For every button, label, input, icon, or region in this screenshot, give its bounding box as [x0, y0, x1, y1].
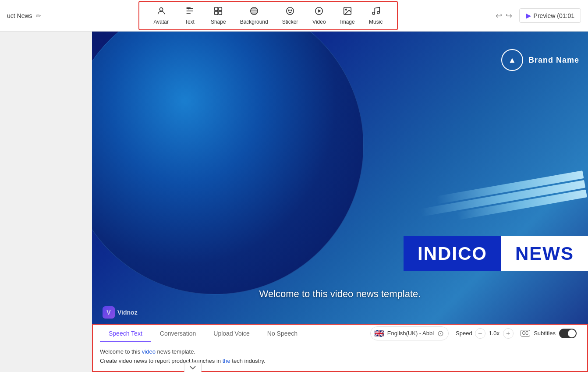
highlight-video: video: [142, 348, 156, 355]
preview-button[interactable]: ▶ Preview (01:01: [519, 8, 581, 23]
flag-icon: 🇬🇧: [374, 329, 384, 338]
subtitles-toggle[interactable]: [559, 329, 577, 338]
vidnoz-logo: V: [103, 306, 115, 319]
svg-point-0: [159, 8, 163, 11]
video-label: Video: [312, 19, 326, 25]
shape-label: Shape: [211, 19, 226, 25]
svg-rect-5: [215, 11, 218, 14]
svg-rect-6: [219, 11, 222, 14]
undo-button[interactable]: ↩: [496, 11, 502, 21]
cc-icon: CC: [521, 330, 530, 337]
svg-marker-15: [319, 9, 321, 12]
sticker-icon: [285, 6, 295, 17]
speed-increase-button[interactable]: +: [503, 328, 514, 339]
svg-point-12: [288, 10, 289, 11]
toolbar-center: Avatar Text Shape: [138, 1, 397, 30]
music-icon: [371, 6, 381, 17]
edit-icon[interactable]: ✏: [36, 12, 41, 19]
tab-conversation[interactable]: Conversation: [151, 325, 205, 342]
background-icon: [249, 6, 259, 17]
svg-rect-4: [219, 7, 222, 11]
toolbar-item-background[interactable]: Background: [233, 4, 275, 28]
globe-background: [92, 32, 588, 324]
toolbar-item-music[interactable]: Music: [362, 4, 390, 28]
tab-speech-text[interactable]: Speech Text: [100, 325, 151, 342]
play-icon: ▶: [526, 11, 531, 20]
bottom-tabs: Speech Text Conversation Upload Voice No…: [93, 325, 587, 342]
undo-redo: ↩ ↪: [496, 11, 512, 21]
more-options-button[interactable]: ⊙: [437, 329, 444, 338]
speed-control: Speed − 1.0x +: [456, 328, 514, 339]
speech-line-2: Create video news to report product laun…: [100, 357, 580, 366]
bottom-controls: 🇬🇧 English(UK) - Abbi ⊙ Speed − 1.0x + C…: [370, 326, 580, 340]
subtitles-control: CC Subtitles: [521, 329, 577, 338]
shape-icon: [213, 6, 223, 17]
toolbar-left: uct News ✏: [7, 12, 41, 19]
language-selector[interactable]: 🇬🇧 English(UK) - Abbi ⊙: [370, 326, 449, 340]
vidnoz-watermark: V Vidnoz: [103, 306, 138, 319]
svg-point-13: [291, 10, 292, 11]
speed-value: 1.0x: [488, 330, 500, 337]
globe-circle: [92, 32, 364, 294]
subtitles-label: Subtitles: [534, 330, 556, 337]
music-label: Music: [369, 19, 383, 25]
text-icon: [185, 6, 195, 17]
avatar-label: Avatar: [153, 19, 168, 25]
welcome-text: Welcome to this video news template.: [259, 288, 421, 300]
tab-upload-voice[interactable]: Upload Voice: [205, 325, 259, 342]
indico-box: INDICO: [404, 236, 501, 271]
image-icon: [343, 6, 352, 17]
canvas-area: ▲ Brand Name INDICO NEWS Welcome to this…: [92, 32, 588, 372]
language-label: English(UK) - Abbi: [387, 330, 434, 337]
toolbar-item-avatar[interactable]: Avatar: [146, 4, 175, 28]
tab-no-speech[interactable]: No Speech: [259, 325, 306, 342]
brand-area: ▲ Brand Name: [501, 49, 579, 71]
brand-icon: ▲: [501, 49, 523, 71]
bottom-panel: Speech Text Conversation Upload Voice No…: [92, 324, 588, 372]
speech-text-area: Welcome to this video news template. Cre…: [93, 342, 587, 371]
brand-name: Brand Name: [528, 56, 579, 65]
svg-point-19: [377, 11, 379, 14]
collapse-button[interactable]: [184, 362, 202, 372]
video-preview: ▲ Brand Name INDICO NEWS Welcome to this…: [92, 32, 588, 324]
toolbar-right: ↩ ↪ ▶ Preview (01:01: [496, 8, 581, 23]
toolbar-item-sticker[interactable]: Sticker: [275, 4, 305, 28]
preview-label: Preview (01:01: [534, 12, 574, 19]
left-sidebar: [0, 32, 92, 372]
vidnoz-name: Vidnoz: [117, 309, 138, 316]
speed-label: Speed: [456, 330, 472, 337]
toolbar: uct News ✏ Avatar Text: [0, 0, 588, 32]
news-banner: INDICO NEWS: [404, 236, 588, 271]
svg-point-18: [372, 12, 375, 15]
sticker-label: Sticker: [282, 19, 298, 25]
project-name: uct News: [7, 12, 32, 19]
toolbar-item-image[interactable]: Image: [333, 4, 361, 28]
background-label: Background: [240, 19, 268, 25]
svg-rect-3: [215, 7, 218, 11]
svg-point-17: [345, 9, 347, 10]
toolbar-item-shape[interactable]: Shape: [204, 4, 233, 28]
svg-point-11: [287, 7, 294, 15]
image-label: Image: [340, 19, 354, 25]
highlight-the: the: [223, 358, 230, 364]
video-icon: [314, 6, 324, 17]
text-label: Text: [185, 19, 195, 25]
speed-decrease-button[interactable]: −: [475, 328, 485, 339]
main-area: ▲ Brand Name INDICO NEWS Welcome to this…: [0, 32, 588, 372]
toolbar-item-video[interactable]: Video: [305, 4, 333, 28]
toolbar-item-text[interactable]: Text: [176, 4, 204, 28]
news-box: NEWS: [501, 236, 588, 271]
speech-line-1: Welcome to this video news template.: [100, 347, 580, 357]
redo-button[interactable]: ↪: [506, 11, 512, 21]
avatar-icon: [156, 6, 166, 17]
